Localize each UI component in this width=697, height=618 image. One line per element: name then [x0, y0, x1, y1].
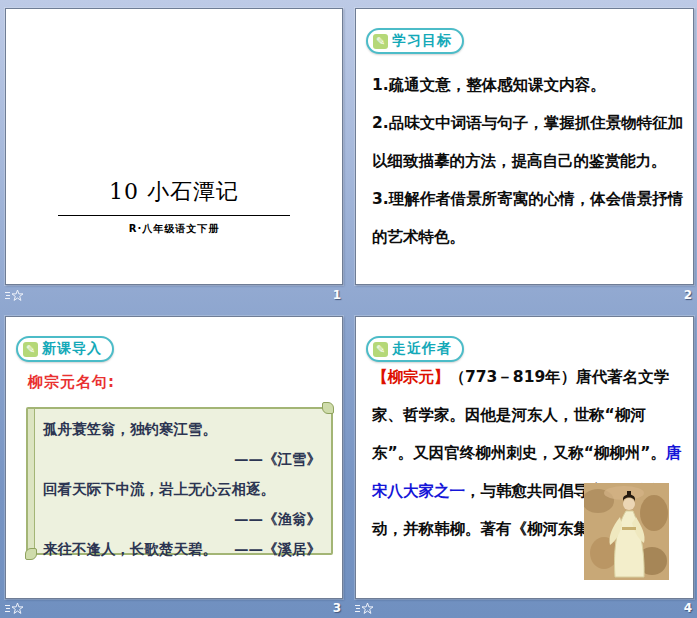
slide-1-footer: 1 [5, 287, 341, 303]
quote-line: 回看天际下中流，岩上无心云相逐。 [43, 474, 321, 504]
section-badge: ✎ 学习目标 [366, 28, 464, 54]
objective-item: 2.品味文中词语与句子，掌握抓住景物特征加以细致描摹的方法，提高自己的鉴赏能力。 [372, 104, 685, 180]
slide-2-page-number: 2 [684, 288, 692, 302]
lesson-title-block: 10 小石潭记 R·八年级语文下册 [6, 177, 342, 236]
quote-lines: 孤舟蓑笠翁，独钓寒江雪。 ——《江雪》 回看天际下中流，岩上无心云相逐。 ——《… [43, 414, 321, 564]
slide-thumbnail-3[interactable]: ✎ 新课导入 柳宗元名句: 孤舟蓑笠翁，独钓寒江雪。 ——《江雪》 回看天际下中… [5, 316, 343, 599]
section-badge-label: 新课导入 [42, 340, 102, 358]
quote-line: 孤舟蓑笠翁，独钓寒江雪。 [43, 414, 321, 444]
slide-2-footer: 2 [355, 287, 692, 303]
quote-source: ——《渔翁》 [43, 504, 321, 534]
slide-thumbnail-2[interactable]: ✎ 学习目标 1.疏通文意，整体感知课文内容。 2.品味文中词语与句子，掌握抓住… [355, 8, 694, 285]
slide-4-footer: 4 [355, 600, 692, 616]
section-badge-label: 走近作者 [392, 340, 452, 358]
pencil-icon: ✎ [373, 342, 388, 357]
transition-star-icon[interactable] [5, 602, 24, 615]
lesson-subtitle: R·八年级语文下册 [6, 222, 342, 236]
quote-source: ——《江雪》 [43, 444, 321, 474]
quote-source: ——《溪居》 [234, 534, 321, 564]
slide-4-page-number: 4 [684, 601, 692, 615]
quote-line: 来往不逢人，长歌楚天碧。 [43, 534, 217, 564]
title-underline [58, 215, 290, 216]
lesson-title: 10 小石潭记 [6, 177, 342, 207]
learning-objectives-list: 1.疏通文意，整体感知课文内容。 2.品味文中词语与句子，掌握抓住景物特征加以细… [372, 66, 685, 256]
scroll-edge-decoration [28, 409, 35, 553]
transition-star-icon[interactable] [5, 289, 24, 302]
slide-3-page-number: 3 [333, 601, 341, 615]
author-name: 【柳宗元】 [372, 368, 450, 386]
objective-item: 3.理解作者借景所寄寓的心情，体会借景抒情的艺术特色。 [372, 180, 685, 256]
quote-note-box: 孤舟蓑笠翁，独钓寒江雪。 ——《江雪》 回看天际下中流，岩上无心云相逐。 ——《… [26, 407, 333, 555]
transition-star-icon[interactable] [355, 602, 374, 615]
objective-item: 1.疏通文意，整体感知课文内容。 [372, 66, 685, 104]
slide-thumbnail-1[interactable]: 10 小石潭记 R·八年级语文下册 [5, 8, 343, 285]
pencil-icon: ✎ [373, 34, 388, 49]
scroll-curl-bottom-left [25, 548, 37, 560]
pencil-icon: ✎ [23, 342, 38, 357]
slide-sorter-canvas: 10 小石潭记 R·八年级语文下册 1 ✎ 学习目标 1.疏通文意，整体感知课文… [0, 0, 697, 618]
slide-thumbnail-4[interactable]: ✎ 走近作者 【柳宗元】（773－819年）唐代著名文学家、哲学家。因他是河东人… [355, 316, 694, 599]
section-badge: ✎ 新课导入 [16, 336, 114, 362]
scroll-curl-top-right [322, 402, 334, 414]
author-portrait-image [584, 483, 669, 580]
section-badge-label: 学习目标 [392, 32, 452, 50]
slide-3-footer: 3 [5, 600, 341, 616]
slide-1-page-number: 1 [333, 288, 341, 302]
quotes-heading: 柳宗元名句: [28, 373, 115, 392]
